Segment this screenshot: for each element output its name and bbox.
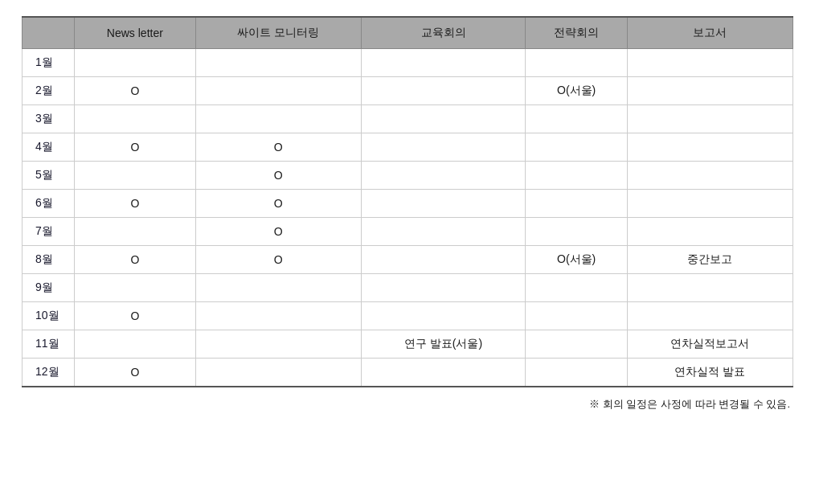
cell-strategy_meeting-row7: O(서울) bbox=[526, 246, 627, 274]
header-strategy-meeting: 전략회의 bbox=[526, 17, 627, 49]
cell-month-row8: 9월 bbox=[23, 274, 75, 302]
cell-report-row3 bbox=[627, 133, 792, 162]
header-report: 보고서 bbox=[627, 17, 792, 49]
cell-newsletter-row2 bbox=[75, 105, 196, 133]
table-row: 5월O bbox=[23, 162, 793, 190]
cell-site_monitoring-row5: O bbox=[195, 190, 361, 218]
cell-site_monitoring-row9 bbox=[195, 302, 361, 330]
cell-newsletter-row7: O bbox=[75, 246, 196, 274]
cell-report-row2 bbox=[627, 105, 792, 133]
table-row: 10월O bbox=[23, 302, 793, 330]
cell-strategy_meeting-row3 bbox=[526, 133, 627, 162]
cell-strategy_meeting-row0 bbox=[526, 49, 627, 77]
cell-newsletter-row4 bbox=[75, 162, 196, 190]
cell-edu_meeting-row4 bbox=[361, 162, 526, 190]
table-row: 1월 bbox=[23, 49, 793, 77]
table-row: 11월연구 발표(서울)연차실적보고서 bbox=[23, 330, 793, 359]
cell-month-row1: 2월 bbox=[23, 77, 75, 105]
cell-month-row2: 3월 bbox=[23, 105, 75, 133]
cell-month-row3: 4월 bbox=[23, 133, 75, 162]
cell-strategy_meeting-row6 bbox=[526, 218, 627, 246]
cell-site_monitoring-row8 bbox=[195, 274, 361, 302]
cell-newsletter-row8 bbox=[75, 274, 196, 302]
table-header-row: News letter 싸이트 모니터링 교육회의 전략회의 보고서 bbox=[23, 17, 793, 49]
table-row: 4월OO bbox=[23, 133, 793, 162]
footnote-text: ※ 회의 일정은 사정에 따라 변경될 수 있음. bbox=[22, 397, 793, 412]
header-month bbox=[23, 17, 75, 49]
table-row: 6월OO bbox=[23, 190, 793, 218]
cell-newsletter-row10 bbox=[75, 330, 196, 359]
cell-strategy_meeting-row4 bbox=[526, 162, 627, 190]
cell-strategy_meeting-row10 bbox=[526, 330, 627, 359]
cell-site_monitoring-row6: O bbox=[195, 218, 361, 246]
cell-month-row0: 1월 bbox=[23, 49, 75, 77]
cell-newsletter-row3: O bbox=[75, 133, 196, 162]
cell-edu_meeting-row2 bbox=[361, 105, 526, 133]
cell-edu_meeting-row1 bbox=[361, 77, 526, 105]
table-row: 12월O연차실적 발표 bbox=[23, 359, 793, 387]
cell-month-row9: 10월 bbox=[23, 302, 75, 330]
cell-strategy_meeting-row9 bbox=[526, 302, 627, 330]
main-container: News letter 싸이트 모니터링 교육회의 전략회의 보고서 1월2월O… bbox=[22, 16, 793, 412]
cell-report-row10: 연차실적보고서 bbox=[627, 330, 792, 359]
cell-month-row6: 7월 bbox=[23, 218, 75, 246]
cell-site_monitoring-row10 bbox=[195, 330, 361, 359]
cell-report-row4 bbox=[627, 162, 792, 190]
cell-report-row0 bbox=[627, 49, 792, 77]
cell-edu_meeting-row6 bbox=[361, 218, 526, 246]
cell-newsletter-row9: O bbox=[75, 302, 196, 330]
cell-edu_meeting-row3 bbox=[361, 133, 526, 162]
cell-edu_meeting-row7 bbox=[361, 246, 526, 274]
cell-newsletter-row5: O bbox=[75, 190, 196, 218]
cell-strategy_meeting-row5 bbox=[526, 190, 627, 218]
table-row: 2월OO(서울) bbox=[23, 77, 793, 105]
cell-site_monitoring-row4: O bbox=[195, 162, 361, 190]
cell-strategy_meeting-row11 bbox=[526, 359, 627, 387]
cell-edu_meeting-row9 bbox=[361, 302, 526, 330]
schedule-table: News letter 싸이트 모니터링 교육회의 전략회의 보고서 1월2월O… bbox=[22, 16, 793, 387]
cell-site_monitoring-row1 bbox=[195, 77, 361, 105]
cell-site_monitoring-row11 bbox=[195, 359, 361, 387]
cell-strategy_meeting-row1: O(서울) bbox=[526, 77, 627, 105]
header-site-monitoring: 싸이트 모니터링 bbox=[195, 17, 361, 49]
cell-report-row7: 중간보고 bbox=[627, 246, 792, 274]
cell-report-row9 bbox=[627, 302, 792, 330]
cell-month-row10: 11월 bbox=[23, 330, 75, 359]
cell-newsletter-row0 bbox=[75, 49, 196, 77]
cell-strategy_meeting-row2 bbox=[526, 105, 627, 133]
cell-month-row4: 5월 bbox=[23, 162, 75, 190]
cell-report-row8 bbox=[627, 274, 792, 302]
table-row: 9월 bbox=[23, 274, 793, 302]
cell-newsletter-row6 bbox=[75, 218, 196, 246]
cell-month-row5: 6월 bbox=[23, 190, 75, 218]
table-row: 3월 bbox=[23, 105, 793, 133]
cell-site_monitoring-row2 bbox=[195, 105, 361, 133]
cell-month-row7: 8월 bbox=[23, 246, 75, 274]
cell-edu_meeting-row8 bbox=[361, 274, 526, 302]
cell-month-row11: 12월 bbox=[23, 359, 75, 387]
cell-strategy_meeting-row8 bbox=[526, 274, 627, 302]
cell-edu_meeting-row0 bbox=[361, 49, 526, 77]
cell-newsletter-row11: O bbox=[75, 359, 196, 387]
cell-report-row6 bbox=[627, 218, 792, 246]
header-newsletter: News letter bbox=[75, 17, 196, 49]
cell-edu_meeting-row10: 연구 발표(서울) bbox=[361, 330, 526, 359]
cell-report-row1 bbox=[627, 77, 792, 105]
cell-newsletter-row1: O bbox=[75, 77, 196, 105]
cell-edu_meeting-row5 bbox=[361, 190, 526, 218]
header-edu-meeting: 교육회의 bbox=[361, 17, 526, 49]
cell-site_monitoring-row0 bbox=[195, 49, 361, 77]
cell-report-row5 bbox=[627, 190, 792, 218]
table-row: 7월O bbox=[23, 218, 793, 246]
cell-edu_meeting-row11 bbox=[361, 359, 526, 387]
cell-report-row11: 연차실적 발표 bbox=[627, 359, 792, 387]
table-row: 8월OOO(서울)중간보고 bbox=[23, 246, 793, 274]
cell-site_monitoring-row3: O bbox=[195, 133, 361, 162]
cell-site_monitoring-row7: O bbox=[195, 246, 361, 274]
